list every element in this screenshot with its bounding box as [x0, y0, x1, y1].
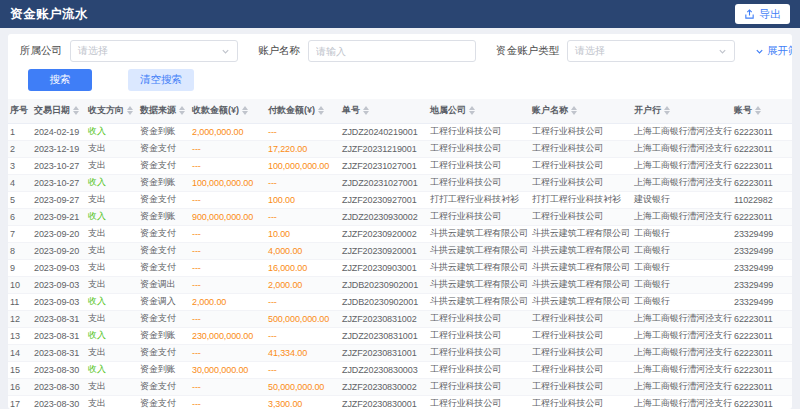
cell-source: 资金支付: [138, 242, 190, 259]
account-type-select[interactable]: 请选择: [567, 40, 735, 62]
cell-date: 2023-08-31: [32, 310, 86, 327]
column-header-payment[interactable]: 付款金额(¥): [266, 99, 340, 123]
table-head-row: 序号交易日期收支方向数据来源收款金额(¥)付款金额(¥)单号地属公司账户名称开户…: [8, 99, 792, 123]
chevron-down-icon: [718, 47, 727, 56]
cell-order_no: ZJZF20231219001: [340, 140, 428, 157]
sort-carets-icon[interactable]: [469, 106, 475, 115]
cell-bank: 工商银行: [632, 242, 732, 259]
column-header-direction[interactable]: 收支方向: [86, 99, 138, 123]
table-row: 142023-08-31支出资金支付---41,334.00ZJZF202308…: [8, 344, 792, 361]
account-name-input[interactable]: [308, 40, 476, 62]
action-bar: 搜索 清空搜索: [8, 62, 792, 99]
cell-payment: 50,000,000.00: [266, 378, 340, 395]
column-header-company[interactable]: 地属公司: [428, 99, 530, 123]
cell-bank: 工商银行: [632, 259, 732, 276]
sort-carets-icon[interactable]: [73, 106, 79, 115]
sort-carets-icon[interactable]: [363, 106, 369, 115]
cell-receipt: ---: [190, 157, 266, 174]
export-button[interactable]: 导出: [735, 4, 790, 24]
cell-receipt: ---: [190, 242, 266, 259]
column-header-account_name[interactable]: 账户名称: [530, 99, 632, 123]
expand-filters-link[interactable]: 展开筛选: [755, 44, 792, 58]
cell-bank: 上海工商银行漕河泾支行: [632, 395, 732, 409]
column-label-date: 交易日期: [34, 105, 70, 115]
cell-company: 斗拱云建筑工程有限公司: [428, 259, 530, 276]
cell-order_no: ZJDZ20240219001: [340, 123, 428, 140]
cell-order_no: ZJDB20230902001: [340, 293, 428, 310]
column-header-bank[interactable]: 开户行: [632, 99, 732, 123]
cell-direction: 支出: [86, 191, 138, 208]
table-row: 22023-12-19支出资金支付---17,220.00ZJZF2023121…: [8, 140, 792, 157]
cell-account_no: 62223011: [732, 310, 792, 327]
sort-carets-icon[interactable]: [179, 106, 185, 115]
main-card: 所属公司 请选择 账户名称 资金账户类型 请选择: [8, 34, 792, 409]
sort-carets-icon[interactable]: [242, 106, 248, 115]
cell-direction: 收入: [86, 327, 138, 344]
cell-date: 2023-09-03: [32, 276, 86, 293]
cell-company: 工程行业科技公司: [428, 361, 530, 378]
cell-source: 资金调入: [138, 293, 190, 310]
cell-receipt: ---: [190, 225, 266, 242]
expand-chevron-icon: [755, 47, 764, 56]
cell-order_no: ZJZF20230830002: [340, 378, 428, 395]
cell-index: 5: [8, 191, 32, 208]
company-select[interactable]: 请选择: [70, 40, 238, 62]
cell-company: 工程行业科技公司: [428, 208, 530, 225]
column-header-account_no[interactable]: 账号: [732, 99, 792, 123]
cell-direction: 收入: [86, 208, 138, 225]
sort-carets-icon[interactable]: [664, 106, 670, 115]
cell-company: 工程行业科技公司: [428, 395, 530, 409]
expand-filters-label: 展开筛选: [767, 44, 792, 58]
chevron-down-icon: [221, 47, 230, 56]
cell-payment: 500,000,000.00: [266, 310, 340, 327]
cell-index: 7: [8, 225, 32, 242]
cell-date: 2023-09-20: [32, 242, 86, 259]
cell-date: 2024-02-19: [32, 123, 86, 140]
cell-account_no: 62223011: [732, 140, 792, 157]
cell-direction: 收入: [86, 174, 138, 191]
table-row: 72023-09-20支出资金支付---10.00ZJZF20230920002…: [8, 225, 792, 242]
cell-bank: 上海工商银行漕河泾支行: [632, 123, 732, 140]
cell-account_no: 23329499: [732, 259, 792, 276]
cell-source: 资金支付: [138, 310, 190, 327]
cell-account_no: 23329499: [732, 242, 792, 259]
cell-company: 斗拱云建筑工程有限公司: [428, 293, 530, 310]
filter-company: 所属公司 请选择: [20, 40, 238, 62]
cell-order_no: ZJZF20230830001: [340, 395, 428, 409]
cell-receipt: ---: [190, 276, 266, 293]
sort-carets-icon[interactable]: [571, 106, 577, 115]
cell-bank: 建设银行: [632, 191, 732, 208]
page-title: 资金账户流水: [10, 6, 88, 23]
sort-carets-icon[interactable]: [755, 106, 761, 115]
cell-payment: 41,334.00: [266, 344, 340, 361]
column-header-receipt[interactable]: 收款金额(¥): [190, 99, 266, 123]
cell-date: 2023-10-27: [32, 157, 86, 174]
cell-company: 工程行业科技公司: [428, 123, 530, 140]
cell-account_no: 23329499: [732, 225, 792, 242]
cell-source: 资金到账: [138, 208, 190, 225]
column-label-source: 数据来源: [140, 105, 176, 115]
sort-carets-icon[interactable]: [318, 106, 324, 115]
column-label-index: 序号: [10, 105, 28, 115]
cell-payment: 17,220.00: [266, 140, 340, 157]
clear-search-button[interactable]: 清空搜索: [128, 69, 194, 91]
cell-direction: 支出: [86, 140, 138, 157]
cell-index: 3: [8, 157, 32, 174]
sort-carets-icon[interactable]: [127, 106, 133, 115]
table-row: 62023-09-21收入资金到账900,000,000.00---ZJDZ20…: [8, 208, 792, 225]
cell-account_no: 62223011: [732, 208, 792, 225]
column-header-date[interactable]: 交易日期: [32, 99, 86, 123]
cell-index: 6: [8, 208, 32, 225]
column-header-order_no[interactable]: 单号: [340, 99, 428, 123]
cell-index: 10: [8, 276, 32, 293]
cell-date: 2023-08-30: [32, 378, 86, 395]
cell-company: 斗拱云建筑工程有限公司: [428, 225, 530, 242]
column-header-source[interactable]: 数据来源: [138, 99, 190, 123]
cell-source: 资金支付: [138, 157, 190, 174]
cell-payment: 4,000.00: [266, 242, 340, 259]
cell-bank: 工商银行: [632, 225, 732, 242]
cell-account_name: 斗拱云建筑工程有限公司: [530, 242, 632, 259]
cell-receipt: 900,000,000.00: [190, 208, 266, 225]
search-button[interactable]: 搜索: [28, 69, 92, 91]
cell-company: 工程行业科技公司: [428, 174, 530, 191]
